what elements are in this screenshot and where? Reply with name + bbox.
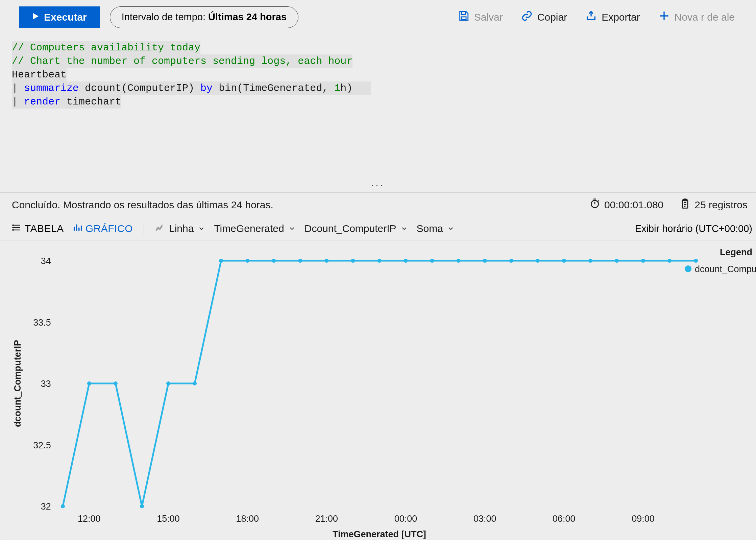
chart-point [615, 259, 619, 263]
new-alert-label: Nova r de ale [675, 11, 735, 23]
line-chart: 3232.53333.534dcount_ComputerIP12:0015:0… [0, 240, 756, 540]
query-editor[interactable]: // Computers availability today// Chart … [0, 34, 756, 180]
chevron-down-icon [198, 225, 205, 232]
chart-point [351, 259, 355, 263]
chart-point [166, 381, 170, 385]
x-tick-label: 03:00 [473, 514, 496, 524]
save-button[interactable]: Salvar [454, 10, 507, 24]
stopwatch-icon [589, 198, 600, 211]
chart-point [536, 259, 540, 263]
editor-line: | summarize dcount(ComputerIP) by bin(Ti… [12, 81, 744, 95]
run-button[interactable]: Executar [19, 6, 100, 28]
status-text: Concluído. Mostrando os resultados das ú… [12, 199, 273, 211]
toolbar: Executar Intervalo de tempo: Últimas 24 … [0, 0, 756, 34]
record-count: 25 registros [675, 198, 752, 211]
chart-point [562, 259, 566, 263]
status-bar: Concluído. Mostrando os resultados das ú… [0, 192, 756, 217]
link-icon [521, 10, 533, 24]
chart-point [193, 381, 197, 385]
chevron-down-icon [288, 225, 296, 232]
svg-point-6 [13, 227, 13, 228]
chart-point [430, 259, 434, 263]
run-label: Executar [44, 11, 87, 23]
time-range-value: Últimas 24 horas [208, 11, 287, 23]
aggregation-select[interactable]: Soma [417, 223, 455, 234]
y-tick-label: 34 [41, 256, 51, 266]
play-icon [32, 11, 39, 23]
chart-point [641, 259, 645, 263]
chart-area: 3232.53333.534dcount_ComputerIP12:0015:0… [0, 240, 756, 540]
legend-title: Legend [720, 247, 752, 257]
chart-point [219, 259, 223, 263]
chart-point [483, 259, 487, 263]
save-icon [458, 10, 469, 24]
chevron-down-icon [400, 225, 408, 232]
tab-chart-label: GRÁFICO [86, 223, 133, 234]
chart-point [140, 504, 144, 508]
x-axis-label: TimeGenerated [UTC] [333, 529, 426, 539]
legend-series-label: dcount_Compu [695, 264, 756, 274]
svg-point-2 [591, 201, 598, 208]
svg-marker-0 [33, 13, 39, 19]
x-tick-label: 09:00 [632, 514, 655, 524]
chart-point [509, 259, 513, 263]
chart-point [667, 259, 672, 263]
duration-value: 00:00:01.080 [604, 199, 663, 211]
chart-point [87, 381, 91, 385]
x-tick-label: 18:00 [236, 514, 259, 524]
editor-line: Heartbeat [12, 68, 744, 81]
x-tick-label: 06:00 [553, 514, 575, 524]
chart-point [114, 381, 118, 385]
y-tick-label: 33.5 [33, 318, 51, 328]
splitter-handle[interactable]: ··· [0, 180, 756, 192]
export-button[interactable]: Exportar [581, 10, 644, 24]
editor-line: // Computers availability today [12, 41, 744, 54]
clipboard-icon [680, 198, 690, 211]
line-chart-icon [155, 222, 165, 235]
y-axis-label: dcount_ComputerIP [13, 340, 23, 427]
table-icon [12, 223, 21, 235]
x-tick-label: 21:00 [315, 514, 338, 524]
x-field-select[interactable]: TimeGenerated [214, 223, 295, 234]
y-field-select[interactable]: Dcount_ComputerIP [304, 223, 408, 234]
view-options-bar: TABELA GRÁFICO Linha TimeGenerated [0, 217, 756, 240]
tab-table-label: TABELA [25, 223, 64, 234]
chart-point [272, 259, 276, 263]
chart-point [324, 259, 328, 263]
y-field-label: Dcount_ComputerIP [304, 223, 396, 234]
chart-type-select[interactable]: Linha [155, 222, 205, 235]
time-range-prefix: Intervalo de tempo: [122, 11, 205, 23]
chart-point [61, 504, 65, 508]
export-label: Exportar [602, 11, 640, 23]
copy-button[interactable]: Copiar [517, 10, 571, 24]
bar-chart-icon [73, 223, 82, 235]
new-alert-button[interactable]: Nova r de ale [654, 10, 739, 24]
tab-table[interactable]: TABELA [12, 223, 64, 235]
y-tick-label: 32.5 [33, 440, 51, 450]
chart-point [298, 259, 302, 263]
save-label: Salvar [474, 11, 503, 23]
tab-chart[interactable]: GRÁFICO [73, 223, 133, 235]
plus-icon [658, 10, 670, 24]
editor-line: // Chart the number of computers sending… [12, 54, 744, 68]
aggregation-label: Soma [417, 223, 443, 234]
copy-label: Copiar [537, 11, 567, 23]
legend-marker [685, 265, 691, 272]
chevron-down-icon [447, 225, 455, 232]
svg-point-5 [13, 225, 13, 225]
export-icon [585, 10, 597, 24]
y-tick-label: 32 [41, 501, 51, 512]
x-tick-label: 15:00 [157, 514, 179, 524]
timezone-select[interactable]: Exibir horário (UTC+00:00) [635, 223, 752, 234]
chart-point [377, 259, 381, 263]
chart-point [694, 259, 698, 263]
svg-point-7 [13, 229, 13, 230]
chart-series-line [63, 261, 696, 506]
time-range-selector[interactable]: Intervalo de tempo: Últimas 24 horas [110, 6, 298, 28]
chart-point [588, 259, 592, 263]
query-duration: 00:00:01.080 [585, 198, 668, 211]
x-field-label: TimeGenerated [214, 223, 284, 234]
chart-point [404, 259, 408, 263]
x-tick-label: 12:00 [78, 514, 100, 524]
chart-type-label: Linha [169, 223, 194, 234]
